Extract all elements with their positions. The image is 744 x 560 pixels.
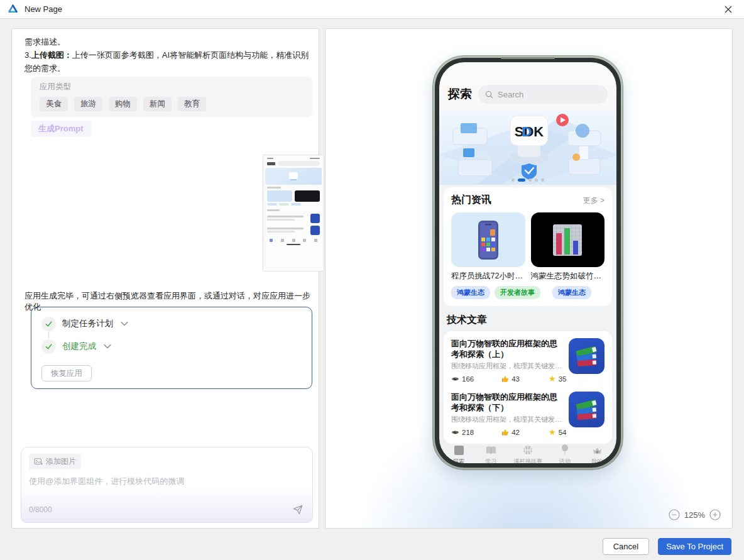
app-type-tag-travel[interactable]: 旅游 <box>74 97 102 111</box>
books-art-icon <box>573 343 601 370</box>
star-icon: ★ <box>549 374 556 383</box>
dialog-titlebar: New Page <box>0 0 744 19</box>
like-count: 42 <box>512 429 520 436</box>
hot-news-card[interactable]: 鸿蒙生态势如破竹… <box>531 212 605 282</box>
chevron-down-icon[interactable] <box>104 344 111 349</box>
task-item-created[interactable]: 创建完成 <box>41 339 302 354</box>
app-type-tag-shopping[interactable]: 购物 <box>109 97 137 111</box>
hot-news-card-title: 程序员挑战72小时… <box>451 271 525 282</box>
nav-item-learn[interactable]: 学习 <box>481 444 500 463</box>
chat-panel: 需求描述。 3.上传截图：上传一张页面参考截图，AI将智能解析页面结构与功能，精… <box>11 28 319 529</box>
search-placeholder: Search <box>498 90 523 99</box>
like-count: 43 <box>512 375 520 383</box>
save-to-project-button[interactable]: Save To Project <box>658 538 731 555</box>
app-type-label: 应用类型 <box>40 82 304 92</box>
nav-label: 探索 <box>453 458 464 463</box>
article-title: 面向万物智联的应用框架的思考和探索（上） <box>451 338 562 360</box>
view-count: 166 <box>462 375 474 383</box>
task-item-plan[interactable]: 制定任务计划 <box>41 316 302 331</box>
char-counter: 0/8000 <box>29 505 52 514</box>
app-type-tag-news[interactable]: 新闻 <box>143 97 172 111</box>
article-title: 面向万物智联的应用框架的思考和探索（下） <box>451 392 562 413</box>
search-icon <box>485 91 493 99</box>
eye-icon <box>451 429 459 436</box>
tag-harmonyos-eco[interactable]: 鸿蒙生态 <box>451 286 490 299</box>
articles-section: 技术文章 面向万物智联的应用框架的思考和探索（上） 围绕移动应用框架，梳理其关键… <box>444 314 612 444</box>
nav-item-explore[interactable]: 探索 <box>449 444 468 463</box>
page-title: 探索 <box>448 86 472 102</box>
balloon-icon <box>561 444 569 455</box>
hot-news-tags: 鸿蒙生态 开发者故事 鸿蒙生态 <box>451 286 604 299</box>
phone-speaker-slot <box>501 57 555 59</box>
basketball-icon <box>523 445 533 455</box>
nav-item-profile[interactable]: 我的 <box>588 444 606 463</box>
hot-news-card[interactable]: 程序员挑战72小时… <box>451 212 525 282</box>
hot-news-card-title: 鸿蒙生态势如破竹… <box>531 271 605 282</box>
nav-item-events[interactable]: 活动 <box>555 444 574 463</box>
crown-icon <box>592 446 603 455</box>
articles-title: 技术文章 <box>444 314 612 327</box>
dialog-title: New Page <box>25 4 62 14</box>
generate-prompt-button[interactable]: 生成Prompt <box>31 121 91 137</box>
dialog-footer: Cancel Save To Project <box>0 532 744 560</box>
add-image-button[interactable]: 添加图片 <box>29 454 81 469</box>
preview-zoom-controls: 125% <box>669 509 721 520</box>
task-progress-box: 制定任务计划 创建完成 恢复应用 <box>31 307 312 389</box>
uploaded-screenshot-thumbnail[interactable] <box>263 155 324 272</box>
nav-label: 活动 <box>559 458 571 463</box>
sdk-banner-art: SDK D <box>439 111 616 185</box>
bar-chart-art-icon <box>548 221 587 260</box>
article-subtitle: 围绕移动应用框架，梳理其关键发展… <box>451 415 562 424</box>
hot-news-section: 热门资讯 更多 > <box>444 187 612 306</box>
composer-placeholder: 使用@添加界面组件，进行模块代码的微调 <box>29 476 305 487</box>
check-icon <box>41 317 56 331</box>
article-item[interactable]: 面向万物智联的应用框架的思考和探索（下） 围绕移动应用框架，梳理其关键发展… 2… <box>451 392 604 437</box>
square-icon <box>454 446 464 455</box>
task-label: 制定任务计划 <box>62 318 113 329</box>
message-composer[interactable]: 添加图片 使用@添加界面组件，进行模块代码的微调 0/8000 <box>21 447 313 523</box>
nav-label: 溪村挑战赛 <box>514 458 542 463</box>
close-icon[interactable] <box>720 1 736 18</box>
paper-plane-icon <box>292 504 304 515</box>
task-connector <box>48 331 302 339</box>
deveco-logo-icon <box>8 4 18 14</box>
app-type-box: 应用类型 美食 旅游 购物 新闻 教育 <box>31 77 312 117</box>
cancel-button[interactable]: Cancel <box>603 538 649 555</box>
article-subtitle: 围绕移动应用框架，梳理其关键发展… <box>451 361 562 371</box>
app-type-tag-food[interactable]: 美食 <box>40 97 68 111</box>
tag-developer-story[interactable]: 开发者故事 <box>495 286 540 299</box>
book-icon <box>486 446 496 455</box>
check-icon <box>41 339 56 354</box>
star-icon: ★ <box>549 427 556 437</box>
search-input[interactable]: Search <box>478 85 608 104</box>
phone-frame: 探索 Search <box>432 55 623 470</box>
hot-news-title: 热门资讯 <box>451 194 491 207</box>
tag-harmonyos-eco[interactable]: 鸿蒙生态 <box>552 286 591 299</box>
sdk-banner[interactable]: SDK D <box>439 111 616 185</box>
thumbs-up-icon <box>501 429 509 436</box>
article-item[interactable]: 面向万物智联的应用框架的思考和探索（上） 围绕移动应用框架，梳理其关键发展… 1… <box>451 338 604 383</box>
image-plus-icon <box>34 458 43 466</box>
chevron-down-icon[interactable] <box>121 321 128 326</box>
restore-app-button[interactable]: 恢复应用 <box>41 365 92 382</box>
view-count: 218 <box>462 429 474 436</box>
zoom-out-button[interactable] <box>669 509 680 520</box>
star-count: 54 <box>559 429 567 436</box>
zoom-level: 125% <box>684 510 705 520</box>
hot-news-more-link[interactable]: 更多 > <box>583 195 604 206</box>
bottom-nav: 探索 学习 溪村挑战赛 活动 <box>439 444 616 463</box>
app-type-tag-education[interactable]: 教育 <box>178 97 206 111</box>
app-type-tags: 美食 旅游 购物 新闻 教育 <box>40 97 304 111</box>
smartphone-art-icon <box>477 220 500 260</box>
thumbs-up-icon <box>501 375 509 383</box>
phone-screen: 探索 Search <box>439 62 616 463</box>
preview-panel: 探索 Search <box>325 28 733 529</box>
books-art-icon <box>573 396 601 424</box>
zoom-in-button[interactable] <box>709 509 721 520</box>
send-button[interactable] <box>291 503 305 517</box>
requirement-description-text: 需求描述。 3.上传截图：上传一张页面参考截图，AI将智能解析页面结构与功能，精… <box>25 35 310 75</box>
nav-label: 学习 <box>485 458 496 463</box>
nav-item-challenge[interactable]: 溪村挑战赛 <box>514 444 542 463</box>
banner-page-dots[interactable] <box>512 178 544 182</box>
task-label: 创建完成 <box>62 341 96 352</box>
